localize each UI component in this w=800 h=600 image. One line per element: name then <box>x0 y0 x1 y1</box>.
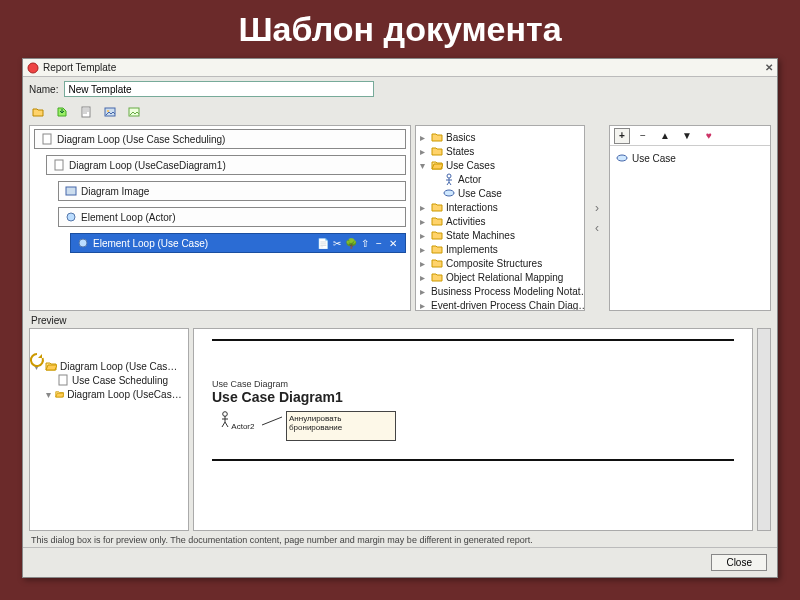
minus-icon[interactable]: − <box>634 127 652 145</box>
svg-point-12 <box>617 155 627 161</box>
selection-list: Use Case <box>610 146 770 310</box>
tree-item[interactable]: ▸Business Process Modeling Notat… <box>418 284 582 298</box>
tree-icon[interactable]: 🌳 <box>345 237 357 249</box>
tree-item[interactable]: ▸Activities <box>418 214 582 228</box>
tree-item[interactable]: ▸State Machines <box>418 228 582 242</box>
doc-caption: Use Case Diagram <box>212 379 734 389</box>
tree-item[interactable]: Use Case <box>418 186 582 200</box>
preview-tree-item[interactable]: Use Case Scheduling <box>32 373 186 387</box>
usecase-box: Аннулировать бронирование <box>286 411 396 441</box>
doc-title: Use Case Diagram1 <box>212 389 734 405</box>
report-template-dialog: Report Template ✕ Name: Diagram Loop (Us… <box>22 58 778 578</box>
oval-icon <box>616 152 628 164</box>
insert-image-a-icon[interactable] <box>101 103 119 121</box>
titlebar: Report Template ✕ <box>23 59 777 77</box>
loop-row-selected[interactable]: Element Loop (Use Case) 📄 ✂ 🌳 ⇧ − ✕ <box>70 233 406 253</box>
preview-wrap: ▾Diagram Loop (Use Case Sched…Use Case S… <box>23 326 777 533</box>
doc-icon <box>41 133 53 145</box>
tree-item[interactable]: ▸Composite Structures <box>418 256 582 270</box>
svg-point-8 <box>67 213 75 221</box>
tree-item[interactable]: ▸Interactions <box>418 200 582 214</box>
image-icon <box>65 185 77 197</box>
copy-icon[interactable]: 📄 <box>317 237 329 249</box>
open-icon[interactable] <box>29 103 47 121</box>
list-item[interactable]: Use Case <box>616 150 764 166</box>
svg-point-10 <box>447 174 451 178</box>
svg-rect-7 <box>66 187 76 195</box>
down-arrow-icon[interactable]: ▼ <box>678 127 696 145</box>
preview-tree-item[interactable]: ▾Diagram Loop (UseCaseDiagram1) <box>32 387 186 401</box>
window-title: Report Template <box>43 62 116 73</box>
move-right-icon[interactable]: › <box>590 201 604 215</box>
tree-item[interactable]: ▸Object Relational Mapping <box>418 270 582 284</box>
transfer-arrows: › ‹ <box>589 125 605 311</box>
scrollbar[interactable] <box>757 328 771 531</box>
loop-label: Diagram Image <box>81 186 149 197</box>
cut-icon[interactable]: ✂ <box>331 237 343 249</box>
svg-rect-13 <box>59 375 67 385</box>
loop-row[interactable]: Element Loop (Actor) <box>58 207 406 227</box>
refresh-icon[interactable] <box>29 352 45 368</box>
selection-panel: + − ▲ ▼ ♥ Use Case <box>609 125 771 311</box>
window-close-icon[interactable]: ✕ <box>765 62 773 73</box>
new-doc-icon[interactable] <box>77 103 95 121</box>
list-item-label: Use Case <box>632 153 676 164</box>
insert-image-b-icon[interactable] <box>125 103 143 121</box>
up-arrow-icon[interactable]: ▲ <box>656 127 674 145</box>
move-left-icon[interactable]: ‹ <box>590 221 604 235</box>
actor-label: Actor2 <box>231 422 254 431</box>
minus-icon[interactable]: − <box>373 237 385 249</box>
preview-document: Use Case Diagram Use Case Diagram1 Actor… <box>193 328 753 531</box>
tree-item[interactable]: Actor <box>418 172 582 186</box>
connector-line <box>262 411 282 431</box>
element-tree-panel[interactable]: ▸Basics▸States▾Use CasesActorUse Case▸In… <box>415 125 585 311</box>
tree-item[interactable]: ▸Implements <box>418 242 582 256</box>
loop-label: Diagram Loop (Use Case Scheduling) <box>57 134 225 145</box>
preview-label: Preview <box>23 311 777 326</box>
name-bar: Name: <box>23 77 777 101</box>
tree-item[interactable]: ▸Event-driven Process Chain Diag… <box>418 298 582 311</box>
up-icon[interactable]: ⇧ <box>359 237 371 249</box>
preview-tree[interactable]: ▾Diagram Loop (Use Case Sched…Use Case S… <box>29 328 189 531</box>
loop-label: Element Loop (Use Case) <box>93 238 208 249</box>
tree-item[interactable]: ▾Use Cases <box>418 158 582 172</box>
name-label: Name: <box>29 84 58 95</box>
loop-row[interactable]: Diagram Loop (Use Case Scheduling) <box>34 129 406 149</box>
svg-rect-5 <box>43 134 51 144</box>
name-input[interactable] <box>64 81 374 97</box>
svg-point-0 <box>28 63 38 73</box>
loop-row[interactable]: Diagram Image <box>58 181 406 201</box>
tree-item[interactable]: ▸States <box>418 144 582 158</box>
preview-tree-item[interactable]: ▾Diagram Loop (Use Case Sched… <box>32 359 186 373</box>
loop-label: Diagram Loop (UseCaseDiagram1) <box>69 160 226 171</box>
close-button[interactable]: Close <box>711 554 767 571</box>
svg-rect-6 <box>55 160 63 170</box>
heart-icon[interactable]: ♥ <box>700 127 718 145</box>
plus-icon[interactable]: + <box>614 128 630 144</box>
svg-point-11 <box>444 190 454 196</box>
delete-icon[interactable]: ✕ <box>387 237 399 249</box>
svg-point-14 <box>222 412 227 417</box>
actor-figure: Actor2 <box>212 411 262 431</box>
middle-row: Diagram Loop (Use Case Scheduling) Diagr… <box>23 125 777 311</box>
loop-label: Element Loop (Actor) <box>81 212 176 223</box>
doc-icon <box>53 159 65 171</box>
ball-icon <box>77 237 89 249</box>
slide-title: Шаблон документа <box>0 0 800 53</box>
export-icon[interactable] <box>53 103 71 121</box>
preview-note: This dialog box is for preview only. The… <box>23 533 777 547</box>
dialog-footer: Close <box>23 547 777 577</box>
tree-item[interactable]: ▸Basics <box>418 130 582 144</box>
loop-panel: Diagram Loop (Use Case Scheduling) Diagr… <box>29 125 411 311</box>
main-toolbar <box>23 101 777 125</box>
loop-row[interactable]: Diagram Loop (UseCaseDiagram1) <box>46 155 406 175</box>
app-icon <box>27 62 39 74</box>
row-actions: 📄 ✂ 🌳 ⇧ − ✕ <box>317 237 399 249</box>
selection-toolbar: + − ▲ ▼ ♥ <box>610 126 770 146</box>
ball-icon <box>65 211 77 223</box>
svg-point-9 <box>79 239 87 247</box>
